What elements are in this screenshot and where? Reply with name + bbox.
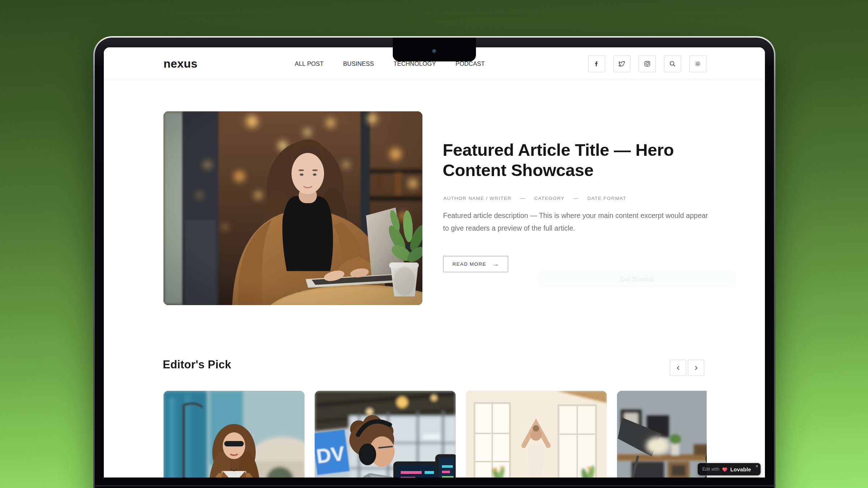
facebook-button[interactable]: [588, 55, 605, 72]
browser-screen: nexus ALL POST BUSINESS TECHNOLOGY PODCA…: [104, 47, 765, 478]
search-button[interactable]: [664, 55, 681, 72]
home-office-photo: [617, 391, 707, 478]
lovable-badge[interactable]: Edit with Lovable ×: [698, 463, 761, 475]
theme-toggle-button[interactable]: [689, 55, 706, 72]
sun-icon: [694, 60, 702, 68]
ghost-get-started-button: Get Started: [538, 271, 736, 287]
featured-article-description: Featured article description — This is w…: [443, 209, 710, 234]
street-style-photo: [163, 391, 305, 478]
editors-pick-heading: Editor's Pick: [163, 358, 231, 371]
chevron-left-icon: [675, 365, 681, 371]
arrow-right-icon: →: [493, 261, 499, 268]
read-more-button[interactable]: READ MORE →: [443, 256, 508, 272]
read-more-label: READ MORE: [452, 261, 486, 267]
cards-track: DV: [163, 391, 707, 478]
editors-pick-carousel: DV: [163, 391, 707, 478]
badge-brand: Lovable: [730, 466, 751, 472]
laptop-frame: nexus ALL POST BUSINESS TECHNOLOGY PODCA…: [93, 36, 775, 488]
laptop-notch: [393, 38, 476, 61]
badge-close-icon[interactable]: ×: [756, 464, 758, 468]
hero-photo-illustration: [163, 111, 422, 305]
meta-separator: —: [573, 196, 579, 201]
home-yoga-photo: [466, 391, 607, 478]
search-icon: [669, 60, 676, 68]
featured-article-title: Featured Article Title — Hero Content Sh…: [443, 140, 681, 181]
laptop-hinge: [93, 485, 775, 487]
badge-prefix: Edit with: [702, 467, 719, 472]
webcam-icon: [432, 49, 437, 54]
lovable-heart-icon: [722, 467, 728, 472]
meta-category: CATEGORY: [534, 196, 565, 201]
instagram-button[interactable]: [639, 55, 656, 72]
twitter-icon: [618, 60, 626, 68]
meta-separator: —: [520, 196, 526, 201]
developer-workspace-photo: DV: [315, 391, 456, 478]
nav-item-business[interactable]: BUSINESS: [343, 60, 374, 67]
laptop-bezel: nexus ALL POST BUSINESS TECHNOLOGY PODCA…: [95, 38, 774, 488]
card-home-yoga[interactable]: [466, 391, 607, 478]
ghost-get-started-label: Get Started: [620, 276, 654, 283]
meta-author: AUTHOR NAME / WRITER: [443, 196, 511, 201]
featured-article-meta: AUTHOR NAME / WRITER — CATEGORY — DATE F…: [443, 196, 626, 201]
facebook-icon: [593, 60, 600, 68]
nav-item-all-post[interactable]: ALL POST: [295, 60, 324, 67]
card-home-office[interactable]: [617, 391, 707, 478]
social-buttons: [588, 55, 706, 72]
featured-article-image[interactable]: [163, 111, 422, 305]
chevron-right-icon: [693, 365, 699, 371]
site-logo[interactable]: nexus: [163, 47, 197, 80]
card-street-style[interactable]: [163, 391, 305, 478]
carousel-next-button[interactable]: [688, 360, 704, 376]
dv-sign-text: DV: [315, 442, 346, 468]
carousel-prev-button[interactable]: [670, 360, 686, 376]
card-developer-workspace[interactable]: DV: [315, 391, 456, 478]
instagram-icon: [643, 60, 651, 68]
meta-date: DATE FORMAT: [587, 196, 626, 201]
twitter-button[interactable]: [613, 55, 630, 72]
